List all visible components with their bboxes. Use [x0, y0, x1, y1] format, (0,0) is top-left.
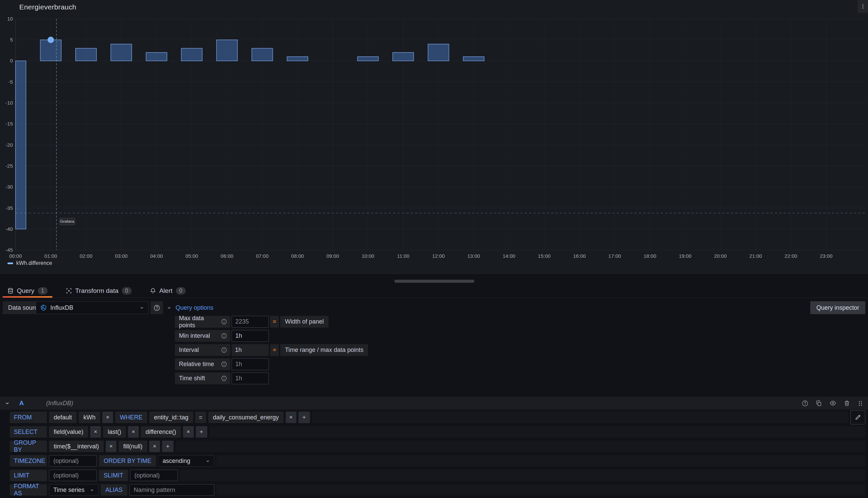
remove-part-button[interactable]: × — [106, 441, 116, 452]
query-option-input[interactable] — [232, 358, 269, 370]
svg-text:-40: -40 — [5, 226, 13, 232]
query-keyword: ORDER BY TIME — [99, 455, 156, 467]
query-keyword: WHERE — [115, 411, 147, 423]
query-option-label: Interval — [175, 344, 230, 356]
tab-alert-label: Alert — [159, 287, 172, 294]
toggle-text-edit-mode-button[interactable] — [851, 410, 865, 424]
query-keyword: SLIMIT — [99, 470, 128, 481]
svg-text:13:00: 13:00 — [467, 253, 480, 259]
duplicate-query-button[interactable] — [816, 400, 822, 407]
query-part-row: TIMEZONEORDER BY TIMEascending — [0, 455, 868, 467]
svg-text:21:00: 21:00 — [749, 253, 762, 259]
query-part-input[interactable] — [49, 455, 97, 467]
query-option-input[interactable] — [232, 372, 269, 384]
query-part-select[interactable]: ascending — [158, 455, 215, 467]
add-part-button[interactable]: + — [298, 411, 310, 423]
editor-tabbar: Query 1 Transform data 0 Alert 0 — [0, 284, 868, 298]
query-part-input[interactable] — [130, 470, 178, 481]
query-option-input[interactable] — [232, 316, 269, 328]
delete-query-button[interactable] — [844, 400, 850, 407]
remove-part-button[interactable]: × — [183, 426, 194, 437]
query-card-header[interactable]: A (InfluxDB) — [0, 397, 868, 410]
remove-part-button[interactable]: × — [149, 441, 160, 452]
tab-query-label: Query — [17, 287, 35, 294]
query-keyword: ALIAS — [101, 484, 127, 496]
query-option-row: Time shift — [175, 372, 368, 384]
query-part-input[interactable] — [49, 470, 97, 481]
chevron-down-icon — [206, 459, 210, 463]
query-option-input[interactable] — [232, 330, 269, 342]
drag-query-handle[interactable] — [857, 400, 863, 407]
query-part-chip[interactable]: last() — [103, 426, 126, 437]
pencil-icon — [855, 414, 861, 420]
svg-text:-45: -45 — [5, 247, 13, 253]
query-option-value[interactable]: 1h — [232, 344, 269, 356]
grip-icon — [857, 400, 863, 407]
query-option-label: Relative time — [175, 358, 230, 370]
query-part-chip[interactable]: difference() — [141, 426, 181, 437]
tab-alert-count: 0 — [176, 287, 186, 294]
tab-query[interactable]: Query 1 — [3, 284, 52, 298]
bar-chart: 1050-5-10-15-20-25-30-35-40-4500:0001:00… — [0, 0, 868, 263]
row-filler — [209, 426, 865, 437]
query-part-chip[interactable]: time($__interval) — [49, 441, 104, 452]
query-datasource-hint: (InfluxDB) — [46, 400, 73, 407]
datasource-help-button[interactable] — [151, 301, 163, 314]
row-filler — [217, 484, 865, 496]
equals-operator: = — [270, 316, 279, 328]
query-option-row: Relative time — [175, 358, 368, 370]
svg-text:-20: -20 — [5, 142, 13, 148]
query-options-title: Query options — [176, 304, 213, 311]
svg-text:06:00: 06:00 — [221, 253, 234, 259]
remove-part-button[interactable]: × — [102, 411, 113, 423]
tab-transform-data[interactable]: Transform data 0 — [61, 284, 137, 298]
add-part-button[interactable]: + — [196, 426, 207, 437]
toggle-query-visibility-button[interactable] — [830, 400, 836, 407]
query-option-note: Width of panel — [280, 316, 328, 328]
series-legend-label[interactable]: kWh.difference — [16, 260, 52, 266]
svg-text:17:00: 17:00 — [608, 253, 621, 259]
tab-transform-count: 0 — [122, 287, 132, 294]
svg-text:09:00: 09:00 — [326, 253, 339, 259]
svg-text:04:00: 04:00 — [150, 253, 163, 259]
collapse-query-button[interactable] — [5, 401, 10, 406]
legend[interactable]: kWh.difference — [8, 260, 52, 266]
transform-icon — [66, 288, 72, 294]
query-part-select[interactable]: Time series — [49, 484, 99, 496]
query-part-chip[interactable]: fill(null) — [118, 441, 147, 452]
datasource-select[interactable]: InfluxDB — [36, 301, 148, 314]
remove-part-button[interactable]: × — [90, 426, 101, 437]
bell-icon — [150, 288, 156, 294]
operator-chip[interactable]: = — [195, 411, 206, 423]
pane-resize-handle[interactable] — [394, 280, 474, 283]
svg-text:-35: -35 — [5, 205, 13, 211]
query-part-input[interactable] — [129, 484, 215, 496]
svg-text:20:00: 20:00 — [714, 253, 727, 259]
query-part-chip[interactable]: kWh — [79, 411, 100, 423]
query-part-chip[interactable]: default — [49, 411, 77, 423]
info-circle-icon — [221, 333, 227, 339]
svg-text:15:00: 15:00 — [538, 253, 550, 259]
query-help-button[interactable] — [802, 400, 808, 407]
svg-text:11:00: 11:00 — [397, 253, 409, 259]
query-options-toggle[interactable]: Query options — [167, 301, 213, 314]
svg-text:00:00: 00:00 — [9, 253, 22, 259]
query-option-label: Time shift — [175, 372, 230, 384]
influxdb-logo-icon — [40, 304, 47, 311]
query-ref-id[interactable]: A — [19, 399, 24, 407]
tab-alert[interactable]: Alert 0 — [145, 284, 191, 298]
query-part-chip[interactable]: daily_consumed_energy — [208, 411, 284, 423]
chart-area[interactable]: 1050-5-10-15-20-25-30-35-40-4500:0001:00… — [0, 0, 868, 263]
remove-part-button[interactable]: × — [128, 426, 139, 437]
svg-text:-25: -25 — [5, 163, 13, 169]
query-part-chip[interactable]: field(value) — [49, 426, 88, 437]
query-part-chip[interactable]: entity_id::tag — [149, 411, 193, 423]
query-option-row: Interval1h=Time range / max data points — [175, 344, 368, 356]
query-option-row: Max data points=Width of panel — [175, 316, 368, 328]
tab-query-count: 1 — [38, 287, 48, 294]
remove-part-button[interactable]: × — [286, 411, 296, 423]
query-toolbar: Data source InfluxDB Query options Query… — [0, 301, 868, 314]
svg-text:05:00: 05:00 — [185, 253, 198, 259]
add-part-button[interactable]: + — [162, 441, 173, 452]
query-inspector-button[interactable]: Query inspector — [810, 301, 865, 314]
